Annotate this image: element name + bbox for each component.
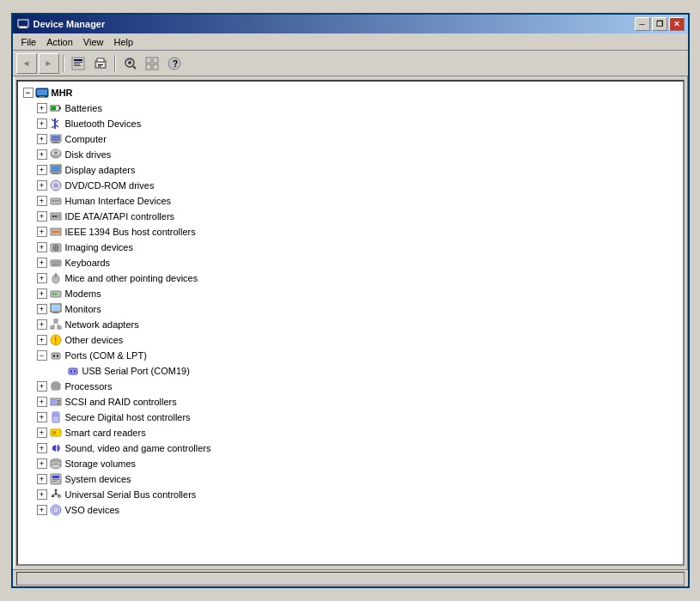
tree-item[interactable]: DVD/CD-ROM drives [20, 178, 681, 193]
tree-item[interactable]: IDE ATA/ATAPI controllers [20, 209, 681, 224]
tree-item[interactable]: Secure Digital host controllers [20, 410, 681, 425]
svg-text:?: ? [173, 59, 178, 69]
svg-rect-23 [37, 89, 47, 95]
tree-item[interactable]: VSO devices [20, 502, 681, 518]
help-button[interactable]: ? [164, 53, 185, 74]
print-button[interactable] [90, 53, 111, 74]
minimize-button[interactable]: ─ [635, 17, 650, 31]
tree-expand-btn[interactable] [37, 165, 47, 175]
root-expand[interactable] [23, 88, 33, 98]
tree-item[interactable]: Smart card readers [20, 425, 681, 440]
svg-rect-37 [52, 143, 60, 143]
view-button[interactable] [142, 53, 162, 74]
tree-item[interactable]: Display adapters [20, 162, 681, 178]
svg-rect-93 [74, 370, 76, 373]
tree-item-icon [49, 240, 63, 254]
tree-item[interactable]: Modems [20, 286, 681, 301]
svg-rect-7 [74, 65, 81, 66]
svg-rect-50 [55, 200, 57, 202]
tree-item[interactable]: System devices [20, 471, 681, 487]
tree-item[interactable]: Processors [20, 379, 681, 394]
tree-root[interactable]: MHR [20, 85, 681, 100]
tree-item-label: Processors [65, 381, 113, 392]
svg-rect-55 [55, 216, 57, 217]
tree-expand-btn[interactable] [37, 273, 47, 283]
tree-item[interactable]: IEEE 1394 Bus host controllers [20, 224, 681, 240]
svg-point-62 [54, 246, 57, 249]
tree-expand-btn[interactable] [37, 319, 47, 330]
svg-rect-81 [54, 319, 58, 322]
tree-item[interactable]: Universal Serial Bus controllers [20, 487, 681, 502]
tree-item[interactable]: Batteries [20, 100, 681, 116]
content-area[interactable]: MHR Batteries Bluetooth Devices Computer… [16, 80, 685, 566]
svg-marker-114 [52, 445, 56, 452]
tree-expand-btn[interactable] [37, 196, 47, 206]
svg-rect-126 [52, 495, 54, 497]
menu-file[interactable]: File [16, 35, 42, 49]
tree-item[interactable]: Mice and other pointing devices [20, 270, 681, 286]
tree-expand-btn[interactable] [37, 288, 47, 299]
tree-expand-btn[interactable] [37, 227, 47, 237]
tree-expand-btn[interactable] [37, 258, 47, 268]
tree-expand-btn[interactable] [37, 458, 47, 469]
status-text [16, 572, 685, 586]
restore-button[interactable]: ❐ [652, 17, 667, 31]
tree-expand-btn[interactable] [37, 335, 47, 345]
tree-item[interactable]: ! Other devices [20, 332, 681, 348]
properties-button[interactable] [68, 53, 88, 74]
tree-expand-btn[interactable] [37, 350, 47, 361]
svg-rect-110 [53, 414, 58, 415]
tree-item-icon [49, 132, 63, 146]
tree-item[interactable]: Storage volumes [20, 456, 681, 471]
tree-expand-btn[interactable] [37, 180, 47, 191]
tree-item[interactable]: Sound, video and game controllers [20, 440, 681, 456]
svg-rect-5 [74, 62, 82, 63]
svg-point-130 [55, 509, 57, 511]
scan-button[interactable] [119, 53, 140, 74]
title-bar-buttons: ─ ❐ ✕ [635, 17, 685, 31]
forward-button[interactable]: ► [39, 53, 59, 74]
tree-item-label: Other devices [65, 335, 124, 345]
tree-item-icon [49, 209, 63, 223]
tree-expand-btn[interactable] [37, 381, 47, 392]
menu-help[interactable]: Help [108, 35, 138, 49]
tree-item[interactable]: SCSI and RAID controllers [20, 394, 681, 410]
tree-expand-btn[interactable] [37, 134, 47, 144]
tree-item[interactable]: Network adapters [20, 317, 681, 332]
tree-item-label: Monitors [65, 304, 101, 314]
close-button[interactable]: ✕ [669, 17, 685, 31]
menu-view[interactable]: View [78, 35, 109, 49]
tree-expand-btn[interactable] [37, 118, 47, 129]
tree-expand-btn[interactable] [37, 489, 47, 500]
tree-item-label: Display adapters [65, 165, 136, 175]
tree-expand-btn[interactable] [37, 474, 47, 484]
tree-expand-btn[interactable] [37, 211, 47, 222]
svg-point-58 [54, 231, 57, 234]
tree-expand-btn[interactable] [37, 443, 47, 453]
svg-point-76 [58, 294, 59, 295]
tree-item[interactable]: Monitors [20, 301, 681, 317]
svg-rect-106 [52, 399, 56, 404]
tree-item[interactable]: Imaging devices [20, 240, 681, 255]
tree-expand-btn[interactable] [37, 103, 47, 113]
tree-expand-btn[interactable] [37, 242, 47, 252]
tree-item[interactable]: Keyboards [20, 255, 681, 270]
tree-item-label: USB Serial Port (COM19) [82, 366, 190, 376]
menu-action[interactable]: Action [41, 35, 78, 49]
tree-item[interactable]: Computer [20, 131, 681, 147]
tree-item[interactable]: USB Serial Port (COM19) [20, 363, 681, 379]
tree-item[interactable]: Ports (COM & LPT) [20, 348, 681, 363]
svg-rect-90 [57, 355, 58, 357]
tree-item[interactable]: Human Interface Devices [20, 193, 681, 209]
svg-rect-35 [52, 136, 60, 141]
tree-item[interactable]: Disk drives [20, 147, 681, 162]
tree-expand-btn[interactable] [37, 397, 47, 407]
back-button[interactable]: ◄ [16, 53, 37, 74]
tree-expand-btn[interactable] [37, 505, 47, 515]
tree-expand-btn[interactable] [37, 428, 47, 438]
tree-item[interactable]: Bluetooth Devices [20, 116, 681, 131]
svg-rect-24 [40, 96, 45, 97]
tree-expand-btn[interactable] [37, 412, 47, 422]
tree-expand-btn[interactable] [37, 149, 47, 160]
tree-expand-btn[interactable] [37, 304, 47, 314]
